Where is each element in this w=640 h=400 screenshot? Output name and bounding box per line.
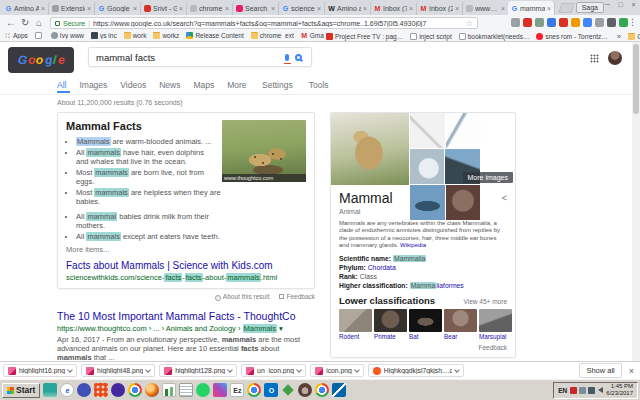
taskbar-app-darkapp[interactable] xyxy=(111,383,125,397)
bookmark-star-icon[interactable]: ☆ xyxy=(466,19,473,28)
about-this-result-link[interactable]: iAbout this result xyxy=(215,293,270,301)
kp-feedback-link[interactable]: Feedback xyxy=(339,344,507,351)
tray-icon[interactable] xyxy=(570,387,577,394)
nav-tab-more[interactable]: More xyxy=(227,80,246,90)
featured-snippet-image[interactable]: www.thoughtco.com xyxy=(222,120,306,182)
browser-menu-icon[interactable]: ⋮ xyxy=(628,17,637,27)
taskbar-app-diamond[interactable] xyxy=(281,383,295,397)
taskbar-app-office[interactable] xyxy=(94,383,108,397)
more-images-button[interactable]: More images xyxy=(463,172,513,183)
taskbar-app-chrome[interactable] xyxy=(315,383,329,397)
tab-close-icon[interactable]: × xyxy=(41,5,45,12)
extension-icon[interactable] xyxy=(547,18,556,27)
nav-tab-images[interactable]: Images xyxy=(79,80,107,90)
taskbar-app-outlook[interactable]: O xyxy=(264,383,278,397)
more-items-link[interactable]: More items... xyxy=(66,245,306,254)
taskbar-app-chrome[interactable] xyxy=(247,383,261,397)
downloads-close-icon[interactable]: × xyxy=(629,366,634,376)
browser-tab[interactable]: MInbox (77) …× xyxy=(370,1,416,15)
kp-lower-item[interactable]: Primate xyxy=(374,309,407,340)
tab-close-icon[interactable]: × xyxy=(455,5,459,12)
kp-image-collage[interactable]: More images xyxy=(331,113,515,185)
google-apps-icon[interactable] xyxy=(590,54,599,63)
tab-close-icon[interactable]: × xyxy=(363,5,367,12)
back-icon[interactable]: ← xyxy=(6,17,16,29)
download-item[interactable]: Highkggdkjsl7gkjsh....crx xyxy=(368,364,464,377)
kp-thumb-image[interactable] xyxy=(445,113,481,149)
tray-icon[interactable] xyxy=(588,387,595,394)
extension-icon[interactable] xyxy=(583,18,592,27)
address-bar[interactable]: Secure | https://www.google.co.uk/search… xyxy=(50,17,478,29)
download-dropdown-icon[interactable] xyxy=(354,367,360,373)
maximize-icon[interactable]: □ xyxy=(616,1,625,8)
browser-tab[interactable]: GAmino Acid …× xyxy=(2,1,48,15)
bookmark-item[interactable]: ys inc xyxy=(91,32,117,39)
bookmark-item[interactable]: Ivy www xyxy=(51,32,84,39)
nav-tab-maps[interactable]: Maps xyxy=(193,80,214,90)
download-dropdown-icon[interactable] xyxy=(227,367,233,373)
tab-close-icon[interactable]: × xyxy=(547,5,551,12)
kp-thumb-image[interactable] xyxy=(409,185,445,221)
page-scrollbar[interactable] xyxy=(632,42,640,361)
extension-icon[interactable] xyxy=(607,18,616,27)
show-all-downloads-button[interactable]: Show all xyxy=(579,363,621,378)
extension-icon[interactable] xyxy=(619,18,628,27)
bookmark-item[interactable]: bookmarklet(needs… xyxy=(459,32,530,41)
taskbar-app-vscode[interactable] xyxy=(332,383,346,397)
browser-tab[interactable]: WAmino acid…× xyxy=(324,1,370,15)
nav-tab-news[interactable]: News xyxy=(159,80,180,90)
search-icon[interactable] xyxy=(295,54,302,61)
taskbar-app-photos[interactable] xyxy=(43,383,57,397)
extension-icon[interactable] xyxy=(523,18,532,27)
nav-tab-all[interactable]: All xyxy=(57,80,66,90)
home-icon[interactable]: ⌂ xyxy=(36,17,42,29)
download-item[interactable]: highlight128.png xyxy=(159,364,237,377)
taskbar-app-monkey[interactable] xyxy=(298,383,312,397)
wikipedia-link[interactable]: Wikipedia xyxy=(400,242,426,248)
nav-tools[interactable]: Tools xyxy=(309,80,329,90)
browser-tab[interactable]: Extensions× xyxy=(48,1,94,15)
view-more-link[interactable]: View 45+ more xyxy=(464,298,507,305)
account-avatar[interactable] xyxy=(608,51,622,65)
text-segment[interactable]: liaformes xyxy=(436,282,464,289)
browser-tab[interactable]: Gscience hm…× xyxy=(278,1,324,15)
bookmark-apps[interactable]: Apps xyxy=(4,32,28,39)
tab-close-icon[interactable]: × xyxy=(409,5,413,12)
result-title-link[interactable]: The 10 Most Important Mammal Facts - Tho… xyxy=(57,310,315,322)
download-item[interactable]: highlight16.png xyxy=(3,364,77,377)
extension-icon[interactable] xyxy=(571,18,580,27)
browser-tab[interactable]: GGoogle× xyxy=(94,1,140,15)
browser-tab[interactable]: MInbox (29) …× xyxy=(416,1,462,15)
bookmark-item[interactable]: Project Free TV : pag… xyxy=(326,32,403,41)
tab-close-icon[interactable]: × xyxy=(87,5,91,12)
bookmark-item[interactable]: work xyxy=(124,32,147,39)
extension-icon[interactable] xyxy=(511,18,520,27)
minimize-icon[interactable]: ─ xyxy=(603,1,612,8)
language-indicator[interactable]: EN xyxy=(558,387,567,394)
tab-close-icon[interactable]: × xyxy=(133,5,137,12)
extension-icon[interactable] xyxy=(595,18,604,27)
bookmark-item[interactable] xyxy=(35,32,44,39)
bookmark-item[interactable]: inject script xyxy=(410,32,452,41)
taskbar-clock[interactable]: 1:45 PM 6/23/2017 xyxy=(606,383,633,397)
extension-icon[interactable] xyxy=(559,18,568,27)
download-item[interactable]: highlight48.png xyxy=(81,364,155,377)
featured-source-link[interactable]: Facts about Mammals | Science with Kids.… xyxy=(66,260,306,271)
taskbar-app-firefox[interactable] xyxy=(145,383,159,397)
download-dropdown-icon[interactable] xyxy=(145,367,151,373)
share-icon[interactable]: < xyxy=(502,193,507,203)
browser-tab[interactable]: chrome nu…× xyxy=(186,1,232,15)
kp-thumb-image[interactable] xyxy=(409,113,445,149)
kp-lower-item[interactable]: Bat xyxy=(409,309,442,340)
download-dropdown-icon[interactable] xyxy=(67,367,73,373)
tab-close-icon[interactable]: × xyxy=(501,5,505,12)
download-dropdown-icon[interactable] xyxy=(296,367,302,373)
google-doodle-logo[interactable]: Google xyxy=(8,47,74,73)
kp-thumb-image[interactable] xyxy=(445,185,480,221)
taskbar-app-whatsapp[interactable] xyxy=(196,383,210,397)
kp-lower-item[interactable]: Marsupial xyxy=(479,309,512,340)
download-item[interactable]: icon.png xyxy=(310,364,364,377)
kp-main-image[interactable] xyxy=(331,113,409,185)
feedback-link[interactable]: Feedback xyxy=(279,293,315,300)
tab-close-icon[interactable]: × xyxy=(179,5,183,12)
